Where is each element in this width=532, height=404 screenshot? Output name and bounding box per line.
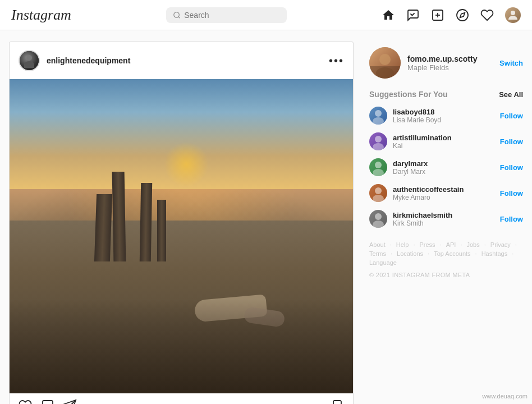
suggestion-info-1: artistillumination Kai [369,132,452,150]
new-post-nav-button[interactable] [431,8,444,22]
suggestion-text-1: artistillumination Kai [393,134,452,150]
suggestion-info-4: kirkmichaelsmith Kirk Smith [369,210,452,228]
svg-point-18 [373,169,384,176]
sidebar-username[interactable]: fomo.me.up.scotty [407,54,477,63]
post-author-username[interactable]: enlightenedequipment [47,56,130,65]
follow-button-1[interactable]: Follow [500,137,523,146]
suggestion-avatar-0[interactable] [369,107,387,125]
svg-point-11 [379,54,391,65]
suggestion-info-2: darylmarx Daryl Marx [369,158,428,176]
explore-nav-button[interactable] [456,8,469,22]
see-all-button[interactable]: See All [499,90,523,99]
header: Instagram [0,0,532,30]
svg-point-19 [375,187,382,194]
svg-point-20 [373,195,384,202]
post-header-left: enlightenedequipment [19,50,130,71]
search-input[interactable] [184,11,280,20]
rock-pillar-3 [139,183,152,261]
suggestion-text-4: kirkmichaelsmith Kirk Smith [393,211,452,227]
suggestion-displayname-0: Lisa Marie Boyd [393,116,441,124]
suggestion-username-4[interactable]: kirkmichaelsmith [393,211,452,219]
switch-account-button[interactable]: Switch [499,59,523,67]
suggestion-avatar-4[interactable] [369,210,387,228]
footer-link-privacy[interactable]: Privacy [490,241,517,248]
sidebar-user-info: fomo.me.up.scotty Maple Fields [369,47,477,79]
svg-point-22 [373,221,384,228]
profile-nav-button[interactable] [505,7,521,23]
follow-button-0[interactable]: Follow [500,112,523,120]
svg-line-1 [178,16,180,18]
svg-point-21 [375,213,382,220]
suggestion-avatar-1[interactable] [369,132,387,150]
suggestion-avatar-2[interactable] [369,158,387,176]
post-actions-left [19,399,77,404]
svg-point-7 [511,11,515,15]
footer-link-help[interactable]: Help [396,241,415,248]
footer-link-about[interactable]: About [369,241,392,248]
suggestions-title: Suggestions For You [369,90,448,99]
search-bar[interactable] [166,7,287,23]
follow-button-4[interactable]: Follow [500,215,523,223]
footer-link-jobs[interactable]: Jobs [466,241,485,248]
bookmark-button[interactable] [331,399,344,404]
footer-link-language[interactable]: Language [369,259,397,266]
post-author-avatar[interactable] [19,50,40,71]
svg-point-0 [174,12,180,17]
instagram-logo[interactable]: Instagram [11,7,71,24]
footer-copyright: © 2021 INSTAGRAM FROM META [369,272,523,278]
like-button[interactable] [19,399,32,404]
likes-nav-button[interactable] [480,8,494,22]
suggestions-list: lisaboyd818 Lisa Marie Boyd Follow artis… [369,107,523,228]
watermark: www.deuaq.com [482,393,528,400]
main-content: enlightenedequipment ••• [0,30,532,404]
suggestion-item: lisaboyd818 Lisa Marie Boyd Follow [369,107,523,125]
sidebar-user-text: fomo.me.up.scotty Maple Fields [407,54,477,72]
follow-button-2[interactable]: Follow [500,163,523,172]
sidebar: fomo.me.up.scotty Maple Fields Switch Su… [369,42,523,404]
home-nav-button[interactable] [382,8,395,22]
footer-link-top-accounts[interactable]: Top Accounts [434,250,477,257]
suggestion-username-1[interactable]: artistillumination [393,134,452,142]
footer-link-press[interactable]: Press [420,241,442,248]
suggestions-header: Suggestions For You See All [369,90,523,99]
svg-point-14 [373,117,384,125]
sidebar-user-avatar[interactable] [369,47,401,79]
post-more-button[interactable]: ••• [329,55,344,66]
suggestion-text-0: lisaboyd818 Lisa Marie Boyd [393,108,441,124]
suggestion-avatar-3[interactable] [369,184,387,202]
suggestion-username-0[interactable]: lisaboyd818 [393,108,441,116]
suggestion-item: kirkmichaelsmith Kirk Smith Follow [369,210,523,228]
suggestion-item: authenticcoffeestain Myke Amaro Follow [369,184,523,202]
feed: enlightenedequipment ••• [9,42,354,404]
footer-link-hashtags[interactable]: Hashtags [481,250,514,257]
suggestion-username-3[interactable]: authenticcoffeestain [393,185,464,194]
sidebar-display-name: Maple Fields [407,63,477,72]
share-button[interactable] [63,399,77,404]
suggestion-text-3: authenticcoffeestain Myke Amaro [393,185,464,201]
sun-glow [164,142,209,187]
svg-point-17 [375,162,382,168]
footer-link-locations[interactable]: Locations [397,250,429,257]
svg-point-5 [457,10,468,21]
suggestion-item: artistillumination Kai Follow [369,132,523,150]
post-header: enlightenedequipment ••• [10,42,353,79]
footer-link-terms[interactable]: Terms [369,250,392,257]
rock-pillar-4 [157,200,166,261]
post-card: enlightenedequipment ••• [9,42,354,404]
nav-icons [382,7,521,23]
svg-marker-6 [460,12,465,17]
rock-pillar-2 [112,172,126,261]
footer-links: AboutHelpPressAPIJobsPrivacyTermsLocatio… [369,241,523,266]
svg-point-13 [375,110,382,117]
svg-point-12 [376,67,394,79]
suggestion-displayname-4: Kirk Smith [393,219,452,227]
suggestion-text-2: darylmarx Daryl Marx [393,159,428,176]
messenger-nav-button[interactable] [406,8,420,22]
follow-button-3[interactable]: Follow [500,189,523,198]
footer-link-api[interactable]: API [446,241,462,248]
suggestion-info-0: lisaboyd818 Lisa Marie Boyd [369,107,441,125]
comment-button[interactable] [41,399,54,404]
suggestion-username-2[interactable]: darylmarx [393,159,428,168]
suggestion-displayname-1: Kai [393,142,452,150]
suggestion-displayname-3: Myke Amaro [393,194,464,201]
